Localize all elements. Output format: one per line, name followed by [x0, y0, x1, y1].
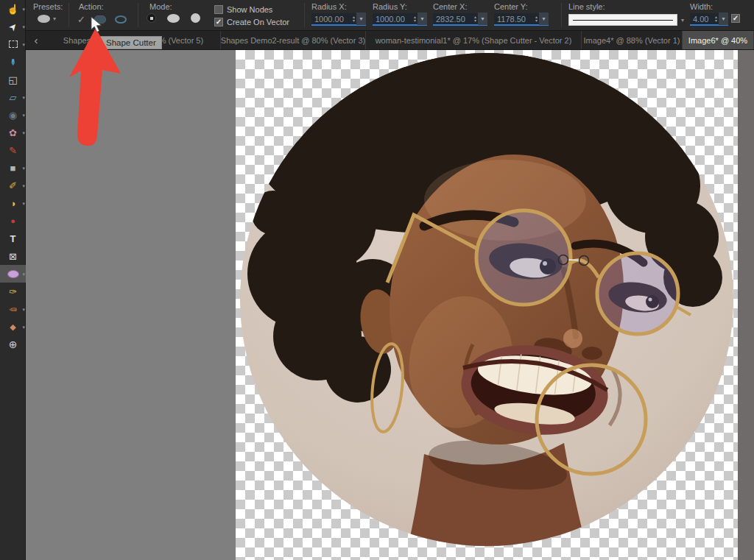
radius-y-spinner[interactable]: ▴▾ [412, 15, 417, 23]
divider [138, 3, 138, 27]
vector-options: Show Nodes ✓ Create On Vector [214, 3, 289, 28]
preset-shape-button[interactable] [38, 15, 50, 23]
pan-tool[interactable]: ☝▾ [0, 0, 26, 18]
tab-image6-active[interactable]: Image6* @ 40% [683, 31, 754, 49]
center-y-dropdown-icon[interactable]: ▼ [539, 13, 549, 25]
width-dropdown-icon[interactable]: ▼ [719, 13, 728, 25]
tab-scroll-left-icon[interactable]: ‹ [26, 31, 46, 49]
mixer-tool[interactable]: ✏▾ [0, 300, 26, 318]
apply-check-icon[interactable]: ✓ [77, 14, 85, 25]
divider [68, 3, 69, 27]
pick-tool[interactable]: ➤▾ [0, 18, 26, 35]
flyout-icon[interactable]: ▾ [22, 272, 25, 277]
flyout-icon[interactable]: ▾ [22, 166, 25, 171]
radius-y-label: Radius Y: [373, 2, 407, 11]
center-y-input[interactable]: 1178.50 [494, 15, 534, 24]
presets-label: Presets: [33, 2, 63, 11]
deform-tool[interactable]: ⊠ [0, 247, 26, 265]
canvas-right-margin [738, 50, 754, 560]
crop-icon: ◱ [8, 75, 17, 85]
line-style-preview[interactable] [568, 14, 677, 26]
clone-tool[interactable]: ◑▾ [0, 194, 26, 212]
ellipse-mode-icon[interactable] [167, 14, 180, 23]
toggle-visibility-icon[interactable] [115, 15, 127, 24]
clone-icon: ◑ [10, 199, 16, 208]
marquee-icon [9, 40, 18, 48]
picture-tube-tool[interactable]: ✐▾ [0, 177, 26, 194]
circle-mode-icon[interactable] [191, 13, 200, 23]
app-window: Presets: ▾ Action: ✓ Mode: [0, 0, 754, 560]
radius-x-label: Radius X: [311, 2, 347, 11]
create-on-vector-checkbox[interactable]: ✓ [214, 18, 223, 26]
width-input[interactable]: 4.00 [690, 15, 714, 24]
vector-edit-handles[interactable] [554, 250, 595, 271]
center-y-spinner[interactable]: ▴▾ [534, 15, 539, 23]
flyout-icon[interactable]: ▾ [22, 113, 25, 118]
pan-hand-icon: ☝ [7, 4, 18, 14]
paint-brush-icon: ✎ [9, 146, 17, 155]
create-on-vector-label: Create On Vector [227, 18, 289, 26]
eraser-tool[interactable]: ◆▾ [0, 318, 26, 336]
flyout-icon[interactable]: ▾ [22, 307, 25, 313]
line-style-label: Line style: [568, 2, 605, 11]
straighten-tool[interactable]: ▱▾ [0, 88, 26, 106]
center-x-spinner[interactable]: ▴▾ [473, 15, 478, 23]
flyout-icon[interactable]: ▾ [22, 325, 25, 330]
plus-circle-icon: ⊕ [9, 340, 18, 350]
ellipse-shape-tool[interactable]: ▾ [0, 265, 26, 283]
dropper-icon: ✒ [8, 58, 18, 66]
solid-line-swatch [573, 20, 673, 21]
tab-image4[interactable]: Image4* @ 88% (Vector 1) [582, 31, 683, 49]
tab-shapes-demo2-result[interactable]: Shapes Demo2-result @ 80% (Vector 3) [221, 31, 366, 49]
flyout-icon[interactable]: ▾ [22, 95, 25, 101]
action-label: Action: [79, 2, 104, 11]
makeover-tool[interactable]: ✿▾ [0, 124, 26, 141]
text-icon: T [10, 234, 16, 244]
width-label: Width: [690, 2, 713, 11]
canvas-area[interactable] [26, 50, 754, 560]
flyout-icon[interactable]: ▾ [22, 7, 25, 13]
radius-x-input[interactable]: 1000.00 [311, 15, 351, 24]
radius-y-input[interactable]: 1000.00 [373, 15, 412, 24]
ellipse-icon [7, 270, 19, 278]
straighten-icon: ▱ [10, 93, 17, 102]
draw-mode-icon[interactable] [147, 13, 156, 23]
radius-y-dropdown-icon[interactable]: ▼ [417, 13, 427, 25]
text-tool[interactable]: T [0, 230, 26, 247]
airbrush-icon: ● [10, 216, 15, 226]
radius-x-spinner[interactable]: ▴▾ [351, 15, 356, 23]
paint-brush-tool[interactable]: ✎ [0, 141, 26, 159]
center-x-dropdown-icon[interactable]: ▼ [478, 13, 487, 25]
radius-x-dropdown-icon[interactable]: ▼ [356, 13, 366, 25]
red-eye-tool[interactable]: ◉▾ [0, 106, 26, 124]
flyout-icon[interactable]: ▾ [22, 130, 25, 136]
show-nodes-row[interactable]: Show Nodes [214, 3, 289, 15]
fill-tool[interactable]: ■▾ [0, 159, 26, 177]
tab-woman-testimonial1[interactable]: woman-testimonial1* @ 17% (Shape Cutter … [366, 31, 582, 49]
show-nodes-checkbox[interactable] [214, 5, 223, 14]
flyout-icon[interactable]: ▾ [22, 201, 25, 207]
flyout-icon[interactable]: ▾ [22, 24, 25, 30]
mode-label: Mode: [149, 2, 172, 11]
width-spinner[interactable]: ▴▾ [714, 15, 719, 23]
flyout-icon[interactable]: ▾ [22, 183, 25, 189]
divider [304, 3, 305, 27]
center-x-input[interactable]: 2832.50 [433, 15, 473, 24]
dropper-tool[interactable]: ✒ [0, 53, 26, 71]
add-tool[interactable]: ⊕ [0, 336, 26, 353]
fill-icon: ■ [10, 163, 16, 173]
deform-icon: ⊠ [9, 252, 17, 261]
flyout-icon[interactable]: ▾ [22, 42, 25, 48]
picture-tube-icon: ✐ [9, 181, 17, 191]
selection-tool[interactable]: ▾ [0, 35, 26, 53]
mouse-cursor-icon [91, 16, 104, 34]
airbrush-tool[interactable]: ● [0, 212, 26, 230]
crop-tool[interactable]: ◱ [0, 71, 26, 88]
pen-tool[interactable]: ✑ [0, 283, 26, 300]
preset-dropdown-icon[interactable]: ▾ [53, 15, 56, 22]
antialias-checkbox[interactable]: ✓ [731, 14, 740, 23]
line-style-dropdown-icon[interactable]: ▾ [681, 17, 684, 24]
tool-options-toolbar: Presets: ▾ Action: ✓ Mode: [26, 0, 754, 31]
pen-icon: ✑ [9, 287, 17, 297]
create-on-vector-row[interactable]: ✓ Create On Vector [214, 15, 289, 28]
